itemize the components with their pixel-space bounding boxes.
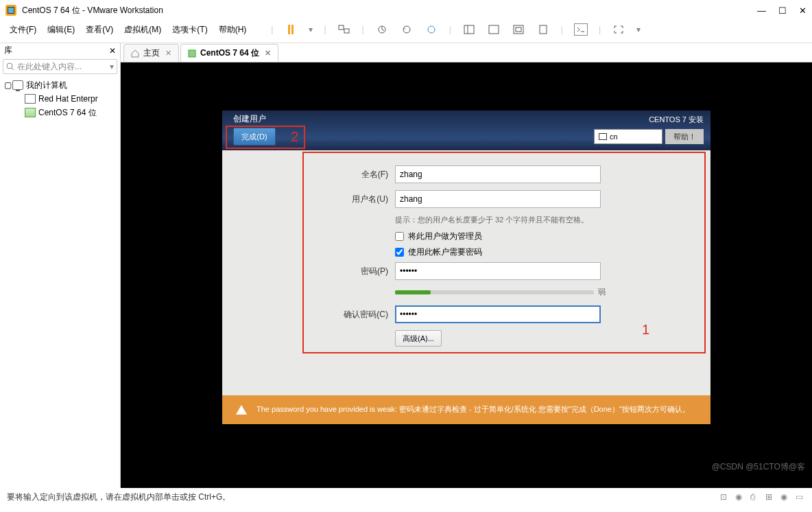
layout-1[interactable] (462, 23, 476, 36)
tree-item-redhat[interactable]: Red Hat Enterpr (4, 92, 116, 106)
keyboard-layout[interactable]: cn (594, 129, 662, 144)
tab-home-close[interactable]: ✕ (165, 49, 171, 58)
library-title: 库 (4, 45, 12, 56)
sidebar-scrollbar[interactable] (0, 476, 120, 488)
tab-home[interactable]: 主页 ✕ (123, 44, 179, 62)
menu-vm[interactable]: 虚拟机(M) (124, 24, 161, 36)
menu-view[interactable]: 查看(V) (86, 24, 113, 36)
status-icons: ⊡ ◉ ⎙ ⊞ ◉ ▭ (720, 492, 805, 502)
menu-help[interactable]: 帮助(H) (219, 24, 247, 36)
library-tree: ▢我的计算机 Red Hat Enterpr CentOS 7 64 位 (0, 75, 120, 476)
device-icon[interactable]: ◉ (735, 492, 745, 502)
svg-rect-5 (464, 25, 474, 34)
warning-text: The password you have provided is weak: … (256, 404, 690, 415)
svg-rect-8 (514, 25, 523, 34)
minimize-button[interactable]: — (757, 5, 766, 16)
library-search[interactable]: 在此处键入内容... ▾ (3, 59, 117, 74)
tab-bar: 主页 ✕ CentOS 7 64 位 ✕ (121, 43, 812, 62)
svg-point-11 (7, 63, 12, 69)
revert-icon[interactable] (400, 23, 414, 36)
window-controls: — ☐ ✕ (757, 5, 807, 16)
svg-rect-9 (516, 27, 521, 32)
annotation-2: 2 (291, 129, 298, 145)
svg-rect-1 (344, 29, 349, 33)
help-button[interactable]: 帮助！ (665, 129, 704, 144)
window-title: CentOS 7 64 位 - VMware Workstation (22, 5, 163, 16)
menu-edit[interactable]: 编辑(E) (47, 24, 75, 36)
menu-tabs[interactable]: 选项卡(T) (172, 24, 207, 36)
toolbar-send-key[interactable] (337, 23, 351, 36)
svg-rect-10 (540, 25, 547, 34)
layout-2[interactable] (487, 23, 501, 36)
library-sidebar: 库 ✕ 在此处键入内容... ▾ ▢我的计算机 Red Hat Enterpr … (0, 43, 121, 488)
warning-icon (236, 405, 247, 415)
device-icon[interactable]: ⊡ (720, 492, 730, 502)
manage-icon[interactable] (425, 23, 438, 36)
layout-3[interactable] (512, 23, 525, 36)
content-area: 主页 ✕ CentOS 7 64 位 ✕ 创建用户 完成(D) CENTOS 7… (121, 43, 812, 488)
warning-bar: The password you have provided is weak: … (222, 395, 710, 424)
device-icon[interactable]: ◉ (780, 492, 790, 502)
svg-line-12 (12, 68, 14, 70)
workspace: 库 ✕ 在此处键入内容... ▾ ▢我的计算机 Red Hat Enterpr … (0, 43, 812, 488)
device-icon[interactable]: ▭ (796, 492, 805, 502)
layout-4[interactable] (536, 23, 550, 36)
window-titlebar: CentOS 7 64 位 - VMware Workstation — ☐ ✕ (0, 0, 812, 21)
tab-centos-close[interactable]: ✕ (265, 49, 271, 58)
search-placeholder: 在此处键入内容... (17, 61, 82, 73)
device-icon[interactable]: ⊞ (765, 492, 775, 502)
maximize-button[interactable]: ☐ (778, 5, 787, 16)
svg-point-3 (403, 26, 410, 33)
vm-screen[interactable]: 创建用户 完成(D) CENTOS 7 安装 cn 帮助！ 2 1 (121, 62, 812, 488)
console-icon[interactable] (574, 23, 588, 36)
library-close[interactable]: ✕ (109, 46, 116, 56)
status-text: 要将输入定向到该虚拟机，请在虚拟机内部单击或按 Ctrl+G。 (7, 491, 230, 503)
tab-centos[interactable]: CentOS 7 64 位 ✕ (180, 44, 278, 62)
vmware-icon (5, 5, 16, 16)
menu-file[interactable]: 文件(F) (10, 24, 36, 36)
pause-button[interactable] (284, 23, 298, 36)
fullscreen-icon[interactable] (612, 23, 625, 36)
installer-title: 创建用户 (233, 113, 276, 125)
svg-rect-0 (339, 25, 344, 30)
snapshot-icon[interactable] (375, 23, 389, 36)
svg-point-4 (428, 26, 435, 33)
watermark: @CSDN @51CTO博@客 (712, 461, 805, 473)
status-bar: 要将输入定向到该虚拟机，请在虚拟机内部单击或按 Ctrl+G。 ⊡ ◉ ⎙ ⊞ … (0, 488, 812, 506)
centos-installer: 创建用户 完成(D) CENTOS 7 安装 cn 帮助！ 2 1 (222, 110, 710, 424)
svg-rect-7 (489, 25, 499, 34)
installer-subtitle: CENTOS 7 安装 (594, 115, 704, 125)
tree-item-centos[interactable]: CentOS 7 64 位 (4, 106, 116, 119)
tree-root[interactable]: ▢我的计算机 (4, 78, 116, 92)
device-icon[interactable]: ⎙ (750, 492, 760, 502)
close-button[interactable]: ✕ (799, 5, 807, 16)
annotation-1: 1 (642, 322, 649, 338)
svg-rect-13 (189, 50, 195, 57)
menubar: 文件(F) 编辑(E) 查看(V) 虚拟机(M) 选项卡(T) 帮助(H) | … (0, 21, 812, 38)
